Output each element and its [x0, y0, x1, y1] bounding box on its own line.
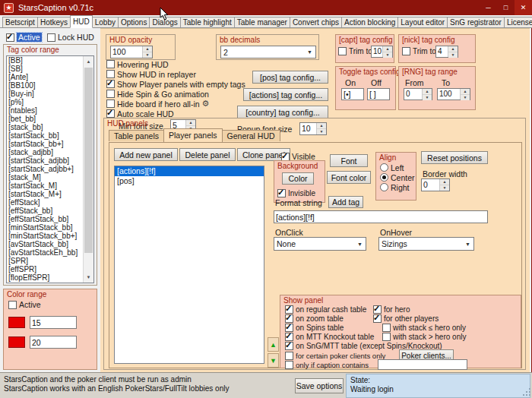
tag-list-item[interactable]: [bet_bb]	[7, 115, 93, 123]
spinner-up-icon[interactable]: ▲	[143, 46, 152, 52]
hud-option-checkbox[interactable]: Hovering HUD ⚙	[106, 59, 245, 69]
onclick-select[interactable]: None ▼	[274, 237, 366, 251]
move-up-button[interactable]: ▲	[268, 337, 279, 352]
show-option-checkbox[interactable]: for hero	[373, 305, 466, 314]
caption-contains-input[interactable]	[378, 359, 467, 370]
main-tab[interactable]: Action blocking	[341, 17, 398, 27]
panels-tab[interactable]: General HUD	[222, 130, 280, 141]
panel-list-item[interactable]: [actions][!f]	[115, 166, 264, 176]
move-down-button[interactable]: ▼	[268, 353, 279, 368]
tag-list-item[interactable]: [avStartStackEh_bb]	[7, 248, 93, 257]
scroll-down-icon[interactable]: ▼	[84, 272, 93, 283]
toggle-off-input[interactable]	[367, 88, 390, 100]
active-checkbox[interactable]: Active	[6, 33, 42, 42]
main-tab[interactable]: Betscript	[2, 17, 38, 27]
tag-list-item[interactable]: [Buy-in]	[7, 90, 93, 98]
scroll-up-icon[interactable]: ▲	[84, 56, 93, 67]
tag-list-item[interactable]: [BB100]	[7, 81, 93, 90]
tag-list-item[interactable]: [avStartStack_bb]	[7, 240, 93, 248]
spinner-up-icon[interactable]: ▲	[440, 179, 449, 185]
panels-tab[interactable]: Player panels	[163, 128, 223, 142]
save-options-button[interactable]: Save options	[295, 378, 344, 393]
spinner-up-icon[interactable]: ▲	[423, 89, 432, 95]
main-tab[interactable]: License	[504, 17, 532, 27]
spinner-up-icon[interactable]: ▲	[383, 46, 392, 52]
rng-to-spinner[interactable]: 100 ▲▼	[437, 88, 470, 100]
spinner-up-icon[interactable]: ▲	[461, 89, 470, 95]
hud-opacity-spinner[interactable]: 100 ▲▼	[110, 46, 153, 58]
pos-tag-config-button[interactable]: [pos] tag config...	[252, 71, 328, 84]
spinner-down-icon[interactable]: ▼	[143, 52, 152, 58]
tag-list-item[interactable]: [minStartStack_bb]	[7, 223, 93, 232]
capt-trim-checkbox[interactable]: Trim to	[338, 47, 372, 55]
hud-option-checkbox[interactable]: Show HUD in replayer ⚙	[106, 69, 245, 79]
tag-list-item[interactable]: [startStack_M+]	[7, 190, 93, 198]
spinner-down-icon[interactable]: ▼	[448, 52, 458, 58]
align-radio[interactable]: Left	[380, 163, 415, 172]
show-option-checkbox[interactable]: for other players	[373, 314, 466, 323]
font-color-button[interactable]: Font color	[327, 171, 371, 184]
background-color-button[interactable]: Color	[282, 172, 314, 185]
align-radio[interactable]: Right	[380, 182, 415, 192]
tag-list-item[interactable]: [startStack_bb+]	[7, 140, 93, 148]
main-tab[interactable]: Convert chips	[290, 17, 342, 27]
format-string-input[interactable]	[274, 210, 488, 223]
invisible-checkbox[interactable]: Invisible	[277, 189, 315, 197]
tag-list-item[interactable]: [stack_adjbb]	[7, 148, 93, 156]
spinner-down-icon[interactable]: ▼	[461, 95, 470, 100]
main-tab[interactable]: Table manager	[234, 17, 290, 27]
reset-positions-button[interactable]: Reset positions	[421, 151, 488, 164]
panel-list[interactable]: [actions][!f][pos]	[114, 166, 264, 364]
color-swatch[interactable]	[8, 317, 25, 328]
main-tab[interactable]: Hotkeys	[37, 17, 71, 27]
color-range-value-input[interactable]	[30, 336, 77, 349]
main-tab[interactable]: SnG registrator	[447, 17, 505, 27]
main-tab[interactable]: HUD	[70, 15, 93, 28]
resize-grip[interactable]	[521, 387, 531, 397]
capt-trim-spinner[interactable]: 10 ▲▼	[371, 46, 393, 58]
spinner-down-icon[interactable]: ▼	[423, 95, 432, 100]
tag-list-item[interactable]: [startStack_M]	[7, 182, 93, 190]
show-option-checkbox[interactable]: with stack > hero only	[382, 332, 466, 341]
tag-list-item[interactable]: [effStack_bb]	[7, 207, 93, 215]
gear-icon[interactable]: ⚙	[202, 100, 210, 108]
tag-list-item[interactable]: [startStack_adjbb]	[7, 156, 93, 165]
nick-trim-spinner[interactable]: 4 ▲▼	[435, 46, 458, 58]
spinner-up-icon[interactable]: ▲	[448, 46, 458, 52]
main-tab[interactable]: Layout editor	[397, 17, 448, 27]
actions-tag-config-button[interactable]: [actions] tag config...	[243, 88, 328, 101]
scrollbar-thumb[interactable]	[84, 68, 93, 253]
panels-tab[interactable]: Table panels	[109, 130, 164, 141]
tag-color-range-list[interactable]: ▲ ▼ [BB][SB][Ante][BB100][Buy-in][p%][nt…	[6, 55, 94, 283]
tag-list-item[interactable]: [p%]	[7, 98, 93, 106]
tag-list-item[interactable]: [SPR]	[7, 257, 93, 265]
caption-contains-checkbox[interactable]: only if caption contains	[285, 361, 369, 369]
tag-list-scrollbar[interactable]: ▲ ▼	[83, 56, 93, 283]
bb-decimals-select[interactable]: 2 ▼	[220, 46, 316, 58]
tag-list-item[interactable]: [stack_M]	[7, 173, 93, 182]
lock-hud-checkbox[interactable]: Lock HUD	[47, 33, 94, 42]
rng-from-spinner[interactable]: 0 ▲▼	[404, 88, 432, 100]
delete-panel-button[interactable]: Delete panel	[179, 148, 236, 161]
font-button[interactable]: Font	[330, 154, 368, 167]
country-tag-config-button[interactable]: [country] tag config...	[237, 106, 328, 118]
hud-option-checkbox[interactable]: Show Player panels with empty tags ⚙	[106, 79, 245, 89]
maximize-button[interactable]: □	[497, 0, 515, 15]
poker-clients-checkbox[interactable]: for certain poker clients only	[285, 351, 385, 360]
tag-list-item[interactable]: [stack_bb]	[7, 123, 93, 131]
panel-list-item[interactable]: [pos]	[115, 176, 264, 186]
tag-list-item[interactable]: [SB]	[7, 65, 93, 73]
add-new-panel-button[interactable]: Add new panel	[114, 148, 178, 161]
tag-list-item[interactable]: [effSPR]	[7, 265, 93, 273]
nick-trim-checkbox[interactable]: Trim to	[402, 47, 436, 55]
tag-list-item[interactable]: [effStack]	[7, 198, 93, 207]
color-range-active-checkbox[interactable]: Active	[8, 300, 41, 309]
border-width-spinner[interactable]: 0 ▲▼	[421, 178, 450, 191]
tag-list-item[interactable]: [startStack_adjbb+]	[7, 165, 93, 173]
color-range-value-input[interactable]	[30, 316, 77, 329]
spinner-down-icon[interactable]: ▼	[440, 185, 449, 191]
color-swatch[interactable]	[8, 336, 25, 348]
tag-list-item[interactable]: [startStack_bb]	[7, 131, 93, 140]
main-tab[interactable]: Lobby	[92, 17, 119, 27]
close-button[interactable]: ✕	[515, 0, 532, 15]
